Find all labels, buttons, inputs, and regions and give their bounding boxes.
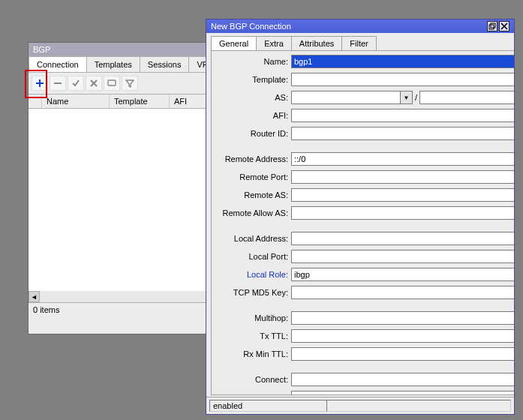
tcp-md5-field[interactable] [291, 286, 514, 299]
remote-as-field[interactable] [291, 188, 514, 202]
tab-attributes[interactable]: Attributes [291, 36, 342, 50]
local-addr-field[interactable] [291, 232, 514, 245]
tab-general[interactable]: General [211, 36, 257, 50]
connect-label: Connect: [215, 375, 291, 384]
dialog-statusbar: enabled [206, 397, 514, 414]
new-bgp-connection-dialog: New BGP Connection General Extra Attribu… [206, 19, 515, 415]
local-addr-label: Local Address: [215, 234, 291, 243]
dialog-title: New BGP Connection [211, 20, 291, 33]
local-port-label: Local Port: [215, 252, 291, 261]
window-close-icon[interactable] [499, 21, 509, 32]
remote-addr-field[interactable] [291, 152, 514, 166]
tab-filter[interactable]: Filter [341, 36, 376, 50]
status-enabled: enabled [209, 400, 327, 412]
dialog-tabs: General Extra Attributes Filter [211, 36, 514, 50]
local-port-field[interactable] [291, 250, 514, 263]
listen-label: Listen: [215, 393, 291, 395]
general-form: Name: Template: ▼◆ AS: ▼ / ▼ AFI: ▼ Rout… [211, 50, 514, 395]
status-fill [326, 400, 511, 412]
tx-ttl-label: Tx TTL: [215, 332, 291, 340]
as-dropdown-icon[interactable]: ▼ [401, 91, 413, 104]
rx-min-ttl-field[interactable] [291, 347, 514, 361]
col-template[interactable]: Template [110, 94, 170, 108]
filter-button[interactable] [122, 76, 138, 91]
svg-rect-0 [54, 82, 62, 84]
connect-field[interactable] [291, 373, 514, 386]
as-separator: / [413, 93, 419, 102]
tab-extra[interactable]: Extra [256, 36, 292, 50]
template-label: Template: [215, 75, 291, 84]
remote-addr-label: Remote Address: [215, 154, 291, 164]
tx-ttl-field[interactable] [291, 329, 514, 343]
name-field[interactable] [291, 55, 514, 68]
remote-port-label: Remote Port: [215, 172, 291, 182]
multihop-field[interactable] [291, 311, 514, 325]
tab-connection[interactable]: Connection [29, 56, 87, 72]
tab-sessions[interactable]: Sessions [140, 56, 190, 72]
as-field[interactable] [291, 91, 401, 104]
listen-field[interactable] [291, 391, 514, 395]
remote-allow-as-label: Remote Allow AS: [215, 208, 291, 218]
afi-label: AFI: [215, 111, 291, 120]
svg-rect-2 [489, 25, 494, 29]
scroll-left-icon[interactable]: ◄ [29, 291, 40, 302]
template-field[interactable] [291, 73, 514, 86]
as-label: AS: [215, 93, 291, 102]
afi-field[interactable] [291, 109, 514, 122]
tcp-md5-label: TCP MD5 Key: [215, 288, 291, 297]
local-role-label: Local Role: [215, 270, 291, 279]
remote-allow-as-field[interactable] [291, 206, 514, 220]
name-label: Name: [215, 57, 291, 66]
multihop-label: Multihop: [215, 314, 291, 322]
local-role-field[interactable] [291, 268, 514, 281]
enable-button[interactable] [68, 76, 84, 91]
routerid-label: Router ID: [215, 129, 291, 138]
col-name[interactable]: Name [42, 94, 110, 108]
remote-port-field[interactable] [291, 170, 514, 184]
add-button[interactable] [32, 76, 48, 91]
svg-rect-1 [108, 80, 116, 86]
tab-templates[interactable]: Templates [86, 56, 140, 72]
remote-as-label: Remote AS: [215, 190, 291, 200]
col-blank[interactable] [29, 94, 42, 108]
rx-min-ttl-label: Rx Min TTL: [215, 350, 291, 358]
dialog-titlebar: New BGP Connection [206, 20, 514, 33]
comment-button[interactable] [104, 76, 120, 91]
disable-button[interactable] [86, 76, 102, 91]
window-restore-icon[interactable] [487, 21, 497, 32]
routerid-field[interactable] [291, 127, 514, 140]
remove-button[interactable] [50, 76, 66, 91]
svg-rect-3 [491, 23, 495, 28]
as-suffix-field[interactable] [419, 91, 514, 104]
